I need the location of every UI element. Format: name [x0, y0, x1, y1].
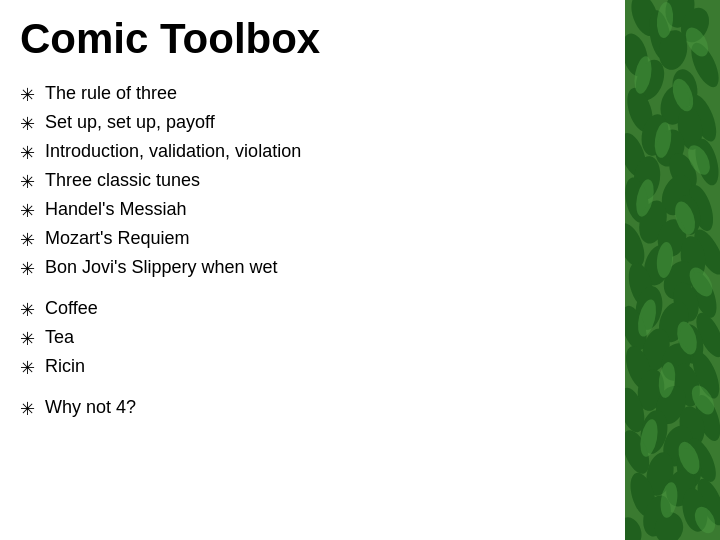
list-item-text: Three classic tunes	[45, 170, 200, 191]
list-item: ✳ Three classic tunes	[20, 170, 620, 193]
list-item: ✳ Handel's Messiah	[20, 199, 620, 222]
bullet-icon: ✳	[20, 229, 35, 251]
list-item: ✳ Why not 4?	[20, 397, 620, 420]
section1-list: ✳ The rule of three ✳ Set up, set up, pa…	[20, 83, 620, 280]
bullet-icon: ✳	[20, 171, 35, 193]
list-item-text: Mozart's Requiem	[45, 228, 189, 249]
bullet-icon: ✳	[20, 113, 35, 135]
list-item: ✳ Coffee	[20, 298, 620, 321]
list-item-text: Set up, set up, payoff	[45, 112, 215, 133]
page-content: Comic Toolbox ✳ The rule of three ✳ Set …	[0, 0, 720, 455]
bullet-icon: ✳	[20, 398, 35, 420]
bullet-icon: ✳	[20, 258, 35, 280]
main-container: Comic Toolbox ✳ The rule of three ✳ Set …	[0, 0, 720, 540]
list-item: ✳ Bon Jovi's Slippery when wet	[20, 257, 620, 280]
bullet-icon: ✳	[20, 357, 35, 379]
list-item: ✳ Set up, set up, payoff	[20, 112, 620, 135]
list-item-text: Tea	[45, 327, 74, 348]
list-item-text: Ricin	[45, 356, 85, 377]
bullet-icon: ✳	[20, 200, 35, 222]
list-item: ✳ Introduction, validation, violation	[20, 141, 620, 164]
list-item-text: Introduction, validation, violation	[45, 141, 301, 162]
section2-list: ✳ Coffee ✳ Tea ✳ Ricin	[20, 298, 620, 379]
section3-list: ✳ Why not 4?	[20, 397, 620, 420]
bullet-icon: ✳	[20, 142, 35, 164]
list-item-text: The rule of three	[45, 83, 177, 104]
list-item-text: Coffee	[45, 298, 98, 319]
list-item-text: Bon Jovi's Slippery when wet	[45, 257, 278, 278]
list-item: ✳ Ricin	[20, 356, 620, 379]
list-item: ✳ The rule of three	[20, 83, 620, 106]
page-title: Comic Toolbox	[20, 15, 620, 63]
list-item: ✳ Tea	[20, 327, 620, 350]
list-item-text: Handel's Messiah	[45, 199, 187, 220]
list-item: ✳ Mozart's Requiem	[20, 228, 620, 251]
bullet-icon: ✳	[20, 299, 35, 321]
bullet-icon: ✳	[20, 328, 35, 350]
bullet-icon: ✳	[20, 84, 35, 106]
list-item-text: Why not 4?	[45, 397, 136, 418]
